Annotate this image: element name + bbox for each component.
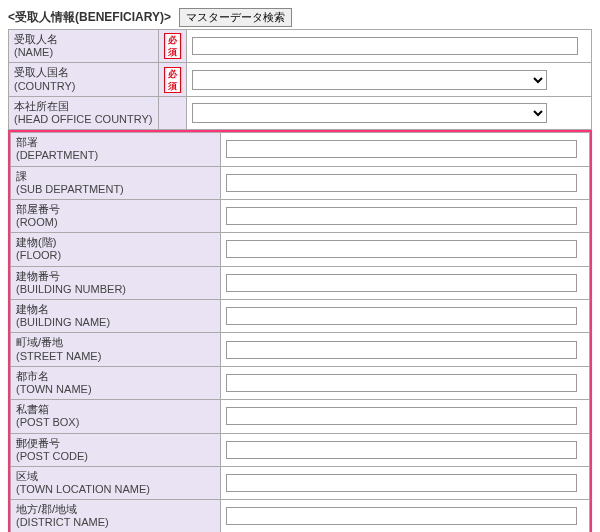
label-jp: 区域 [16,470,215,483]
building-name-input[interactable] [226,307,577,325]
department-input[interactable] [226,140,577,158]
label-en: (FLOOR) [16,249,215,262]
section-title: <受取人情報(BENEFICIARY)> [8,9,171,26]
label-jp: 地方/郡/地域 [16,503,215,516]
label-department: 部署(DEPARTMENT) [11,133,221,166]
label-jp: 受取人名 [14,33,153,46]
field-row-district-name: 地方/郡/地域(DISTRICT NAME) [11,500,590,532]
label-country: 受取人国名(COUNTRY) [9,63,159,96]
input-cell-town-location [221,466,590,499]
input-cell-head-office [187,96,592,129]
label-jp: 受取人国名 [14,66,153,79]
field-row-building-number: 建物番号(BUILDING NUMBER) [11,266,590,299]
head-office-select[interactable] [192,103,547,123]
label-jp: 部署 [16,136,215,149]
input-cell-building-name [221,300,590,333]
label-jp: 郵便番号 [16,437,215,450]
label-en: (BUILDING NUMBER) [16,283,215,296]
sub-department-input[interactable] [226,174,577,192]
field-row-street-name: 町域/番地(STREET NAME) [11,333,590,366]
label-room: 部屋番号(ROOM) [11,199,221,232]
label-post-code: 郵便番号(POST CODE) [11,433,221,466]
label-jp: 町域/番地 [16,336,215,349]
country-select[interactable] [192,70,547,90]
required-cell-country: 必須 [159,63,187,96]
label-floor: 建物(階)(FLOOR) [11,233,221,266]
label-en: (ROOM) [16,216,215,229]
input-cell-department [221,133,590,166]
field-row-post-box: 私書箱(POST BOX) [11,400,590,433]
label-jp: 私書箱 [16,403,215,416]
address-highlight-box: 部署(DEPARTMENT)課(SUB DEPARTMENT)部屋番号(ROOM… [8,130,592,532]
input-cell-country [187,63,592,96]
input-cell-street-name [221,333,590,366]
building-number-input[interactable] [226,274,577,292]
field-row-head-office: 本社所在国(HEAD OFFICE COUNTRY) [9,96,592,129]
label-town-name: 都市名(TOWN NAME) [11,366,221,399]
street-name-input[interactable] [226,341,577,359]
label-building-name: 建物名(BUILDING NAME) [11,300,221,333]
label-head-office: 本社所在国(HEAD OFFICE COUNTRY) [9,96,159,129]
room-input[interactable] [226,207,577,225]
town-name-input[interactable] [226,374,577,392]
label-en: (TOWN NAME) [16,383,215,396]
label-en: (DISTRICT NAME) [16,516,215,529]
label-en: (POST CODE) [16,450,215,463]
field-row-post-code: 郵便番号(POST CODE) [11,433,590,466]
field-row-country: 受取人国名(COUNTRY)必須 [9,63,592,96]
beneficiary-top-table: 受取人名(NAME)必須受取人国名(COUNTRY)必須本社所在国(HEAD O… [8,29,592,130]
field-row-department: 部署(DEPARTMENT) [11,133,590,166]
input-cell-sub-department [221,166,590,199]
required-cell-name: 必須 [159,30,187,63]
label-en: (COUNTRY) [14,80,153,93]
post-box-input[interactable] [226,407,577,425]
input-cell-building-number [221,266,590,299]
label-en: (BUILDING NAME) [16,316,215,329]
label-en: (NAME) [14,46,153,59]
beneficiary-address-table: 部署(DEPARTMENT)課(SUB DEPARTMENT)部屋番号(ROOM… [10,132,590,532]
label-jp: 課 [16,170,215,183]
label-jp: 都市名 [16,370,215,383]
label-en: (STREET NAME) [16,350,215,363]
label-town-location: 区域(TOWN LOCATION NAME) [11,466,221,499]
district-name-input[interactable] [226,507,577,525]
field-row-town-name: 都市名(TOWN NAME) [11,366,590,399]
master-data-search-button[interactable]: マスターデータ検索 [179,8,292,27]
input-cell-floor [221,233,590,266]
label-post-box: 私書箱(POST BOX) [11,400,221,433]
label-jp: 建物番号 [16,270,215,283]
input-cell-room [221,199,590,232]
label-district-name: 地方/郡/地域(DISTRICT NAME) [11,500,221,532]
floor-input[interactable] [226,240,577,258]
required-badge: 必須 [164,67,181,93]
input-cell-post-code [221,433,590,466]
label-en: (TOWN LOCATION NAME) [16,483,215,496]
input-cell-name [187,30,592,63]
post-code-input[interactable] [226,441,577,459]
label-jp: 本社所在国 [14,100,153,113]
input-cell-town-name [221,366,590,399]
town-location-input[interactable] [226,474,577,492]
label-jp: 建物(階) [16,236,215,249]
field-row-floor: 建物(階)(FLOOR) [11,233,590,266]
field-row-name: 受取人名(NAME)必須 [9,30,592,63]
field-row-building-name: 建物名(BUILDING NAME) [11,300,590,333]
field-row-sub-department: 課(SUB DEPARTMENT) [11,166,590,199]
field-row-town-location: 区域(TOWN LOCATION NAME) [11,466,590,499]
input-cell-district-name [221,500,590,532]
field-row-room: 部屋番号(ROOM) [11,199,590,232]
label-jp: 部屋番号 [16,203,215,216]
required-badge: 必須 [164,33,181,59]
label-street-name: 町域/番地(STREET NAME) [11,333,221,366]
label-en: (POST BOX) [16,416,215,429]
required-cell-head-office [159,96,187,129]
label-sub-department: 課(SUB DEPARTMENT) [11,166,221,199]
label-jp: 建物名 [16,303,215,316]
name-input[interactable] [192,37,578,55]
label-en: (HEAD OFFICE COUNTRY) [14,113,153,126]
label-building-number: 建物番号(BUILDING NUMBER) [11,266,221,299]
label-en: (DEPARTMENT) [16,149,215,162]
input-cell-post-box [221,400,590,433]
label-en: (SUB DEPARTMENT) [16,183,215,196]
label-name: 受取人名(NAME) [9,30,159,63]
